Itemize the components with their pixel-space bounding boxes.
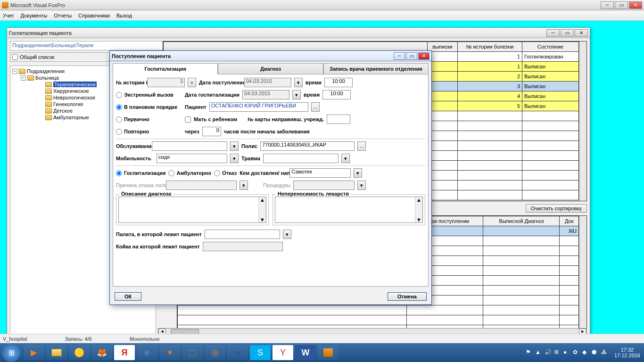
dropdown-icon[interactable]: ▾ (341, 154, 350, 163)
app-icon[interactable]: ⬚ (182, 345, 203, 360)
tray-icon[interactable]: ● (563, 349, 571, 356)
app-icon[interactable]: ∞ (227, 345, 248, 360)
dropdown-icon[interactable]: ▾ (239, 181, 248, 190)
app-icon[interactable]: ◎ (205, 345, 225, 360)
vertical-scrollbar[interactable] (579, 216, 586, 337)
dialog-minimize-button[interactable]: ─ (394, 52, 405, 60)
primary-label: Первично (124, 116, 149, 122)
vertical-scrollbar[interactable] (579, 41, 586, 201)
menu-item[interactable]: Отчеты (54, 13, 72, 18)
v-button[interactable]: v (188, 78, 196, 87)
chrome-icon[interactable]: 🟡 (69, 345, 90, 360)
mother-child-checkbox[interactable] (185, 116, 191, 123)
mobility-field[interactable]: сидя (157, 154, 227, 163)
tab-admission-doctor[interactable]: Запись врача приемного отделения (323, 63, 429, 74)
clock[interactable]: 17:32 17.12.2016 (614, 347, 640, 358)
dropdown-icon[interactable]: ▾ (357, 181, 366, 190)
foxpro-taskbar-icon[interactable] (318, 345, 339, 360)
app-icon[interactable]: ✶ (159, 345, 180, 360)
trauma-field[interactable] (263, 154, 339, 163)
policy-lookup-button[interactable]: … (357, 141, 366, 151)
planned-radio[interactable] (116, 104, 122, 110)
scroll-down-icon[interactable]: ▼ (416, 217, 421, 222)
repeat-radio[interactable] (116, 129, 122, 135)
dialog-maximize-button[interactable]: ▭ (406, 52, 417, 60)
tray-icon[interactable]: ▲ (535, 349, 543, 356)
clear-sort-button[interactable]: Очистить сортировку (526, 204, 587, 213)
tray-icon[interactable]: ✿ (573, 349, 580, 356)
file-explorer-icon[interactable] (46, 345, 67, 360)
folder-icon (45, 102, 52, 107)
diagnosis-textarea[interactable]: ▲▼ (118, 197, 266, 223)
primary-radio[interactable] (116, 116, 122, 123)
delivered-field[interactable]: Самотек (289, 168, 351, 178)
child-maximize-button[interactable]: ▭ (561, 29, 574, 37)
tray-icon[interactable]: ⬢ (592, 349, 599, 356)
menu-item[interactable]: Учет (3, 13, 14, 18)
collapse-icon[interactable]: − (12, 69, 17, 74)
tray-icon[interactable]: ◆ (582, 349, 590, 356)
firefox-icon[interactable]: 🦊 (91, 345, 112, 360)
date-dropdown-icon[interactable]: ▾ (292, 90, 301, 99)
child-title: Госпитализация пациента (9, 30, 546, 36)
maximize-button[interactable]: ▭ (615, 1, 628, 9)
col-header[interactable]: выписки (428, 42, 458, 52)
network-icon[interactable]: 🖧 (601, 349, 609, 356)
collapse-icon[interactable]: − (21, 75, 26, 81)
admission-time-field[interactable]: 10:00 (324, 78, 353, 87)
folder-icon (45, 89, 52, 94)
menu-item[interactable]: Справочники (78, 13, 110, 18)
media-player-icon[interactable]: ▶ (24, 345, 44, 360)
yandex-icon[interactable]: Я (114, 345, 135, 360)
col-header[interactable]: Выписной Диагноз (483, 216, 560, 226)
dialog-close-button[interactable]: ✕ (418, 52, 429, 60)
policy-field[interactable]: 770000,1140630453,,ИКАР (260, 141, 355, 151)
refuse-radio[interactable] (214, 170, 220, 176)
all-list-checkbox[interactable] (12, 54, 18, 60)
dropdown-icon[interactable]: ▾ (230, 154, 239, 163)
ie-icon[interactable]: e (137, 345, 157, 360)
dropdown-icon[interactable]: ▾ (354, 168, 362, 178)
folder-icon (19, 69, 25, 74)
child-close-button[interactable]: ✕ (575, 29, 588, 37)
col-header[interactable]: Док (560, 216, 579, 226)
yandex-browser-icon[interactable]: Y (272, 345, 293, 360)
service-field[interactable] (152, 141, 227, 151)
start-button[interactable]: ⊞ (2, 343, 21, 362)
skype-icon[interactable]: S (250, 345, 271, 360)
emergency-radio[interactable] (116, 92, 122, 98)
close-button[interactable]: ✕ (629, 1, 642, 9)
patient-name-field[interactable]: ОСТАПЕНКО ЮРИЙ ГРИГОРЬЕВИ (209, 102, 308, 112)
amb-radio[interactable] (168, 170, 174, 176)
app-title: Microsoft Visual FoxPro (10, 2, 601, 8)
scroll-up-icon[interactable]: ▲ (260, 197, 265, 203)
child-minimize-button[interactable]: ─ (546, 29, 560, 37)
tray-icon[interactable]: ⚙ (554, 349, 561, 356)
menu-item[interactable]: Документы (21, 13, 48, 18)
patient-lookup-button[interactable]: … (311, 102, 320, 112)
hosp-time-field[interactable]: 10:00 (322, 90, 351, 99)
dropdown-icon[interactable]: ▾ (283, 230, 291, 239)
intolerance-textarea[interactable]: ▲▼ (275, 197, 423, 223)
mother-child-label: Мать с ребенком (194, 116, 237, 122)
col-header[interactable]: Состояние (522, 42, 579, 52)
col-header[interactable]: № истории болезни (458, 42, 522, 52)
dropdown-icon[interactable]: ▾ (230, 141, 239, 151)
cancel-button[interactable]: Отмена (388, 292, 427, 301)
minimize-button[interactable]: ─ (601, 1, 614, 9)
hosp-radio[interactable] (116, 170, 122, 176)
scroll-up-icon[interactable]: ▲ (416, 197, 421, 203)
scroll-down-icon[interactable]: ▼ (260, 217, 265, 222)
word-icon[interactable]: W (295, 345, 316, 360)
after-units-label: часов после начала заболевания (224, 129, 310, 134)
refcard-field[interactable] (327, 115, 350, 124)
ward-field[interactable] (205, 230, 280, 239)
volume-icon[interactable]: 🔊 (545, 349, 552, 356)
date-dropdown-icon[interactable]: ▾ (294, 78, 303, 87)
ok-button[interactable]: ОК (115, 292, 141, 301)
menu-item[interactable]: Выход (116, 13, 132, 18)
tab-diagnosis[interactable]: Диагноз (218, 63, 323, 74)
tab-hospitalization[interactable]: Госпитализация (113, 63, 218, 74)
tray-icon[interactable]: ⚑ (526, 349, 533, 356)
hours-field[interactable]: 0 (202, 127, 221, 136)
